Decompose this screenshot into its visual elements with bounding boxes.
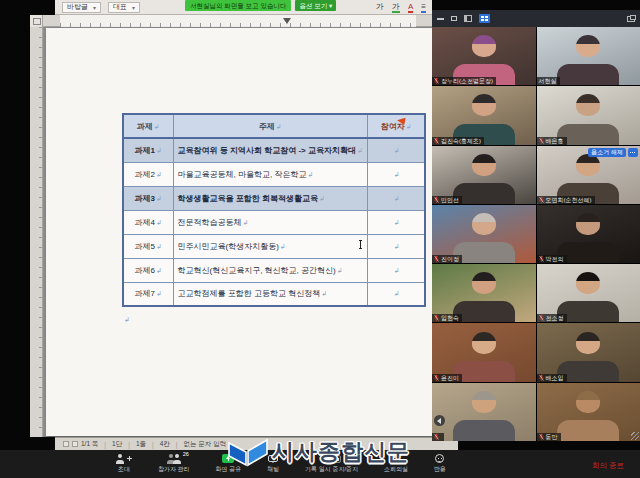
participant-figure — [576, 213, 600, 235]
table-cell: 과제4↲ — [123, 210, 173, 234]
chevron-down-icon: ▾ — [132, 4, 135, 11]
table-cell: ↲ — [367, 186, 425, 210]
video-tile[interactable]: 박전의 — [537, 205, 640, 263]
participant-name: 임현숙 — [441, 314, 459, 322]
participant-nametag: 서현실 — [537, 77, 560, 85]
video-tile[interactable]: 장누리(소전별문장) — [432, 27, 536, 85]
align-icon[interactable]: ≡ — [421, 2, 426, 13]
video-tile[interactable]: 윤진미 — [432, 323, 536, 381]
paragraph-mark: ↲ — [321, 290, 327, 298]
status-segment: 없는 문자 입력 — [184, 440, 227, 449]
participant-figure — [472, 332, 496, 354]
paragraph-mark: ↲ — [394, 243, 400, 251]
video-tile[interactable]: 진이정 — [432, 205, 536, 263]
table-cell: 과제7↲ — [123, 282, 173, 306]
screen: 바탕글 ▾ 대표 ▾ 가 가 A ≡ 서현실님의 화면을 보고 있습니다 옵션 … — [0, 0, 640, 478]
table-row: 과제3↲학생생활교육을 포함한 회복적생활교육↲↲ — [123, 186, 425, 210]
video-tile[interactable]: 임현숙 — [432, 264, 536, 322]
muted-mic-icon — [434, 137, 439, 145]
status-separator: | — [152, 441, 154, 448]
restore-window-icon[interactable] — [451, 16, 457, 21]
view-mode-button[interactable] — [63, 441, 69, 447]
font-color-icon[interactable]: A — [408, 2, 413, 13]
participant-name: 민인선 — [441, 196, 459, 204]
video-tile[interactable]: 배소임 — [537, 323, 640, 381]
participant-name: 진이정 — [441, 255, 459, 263]
status-separator: | — [104, 441, 106, 448]
paragraph-mark: ↲ — [156, 171, 162, 179]
participant-nametag: 박전의 — [537, 255, 567, 263]
participant-figure — [472, 272, 496, 294]
video-tile[interactable]: 오연희(순천선혜)음소거 해제 — [537, 146, 640, 204]
table-row: 과제5↲민주시민교육(학생자치활동)↲↲ — [123, 234, 425, 258]
more-options-icon[interactable] — [628, 148, 638, 157]
participant-figure — [557, 124, 619, 145]
participants-count-badge: 26 — [183, 451, 189, 457]
paragraph-mark: ↲ — [156, 243, 162, 251]
status-separator: | — [176, 441, 178, 448]
paragraph-mark: ↲ — [394, 267, 400, 275]
participant-nametag: 임현숙 — [432, 314, 462, 322]
document-page[interactable]: 과제↲ 주제↲ 참여자↲ 과제1↲교육참여위 등 지역사회 학교참여 -> 교육… — [46, 28, 432, 436]
video-tile[interactable]: 전소정 — [537, 264, 640, 322]
prev-videos-button[interactable] — [434, 415, 445, 426]
invite-button[interactable]: 초대 — [116, 453, 132, 474]
minimize-icon[interactable] — [437, 18, 444, 20]
presenter-pointer-icon — [396, 116, 405, 124]
video-tile[interactable]: 민인선 — [432, 146, 536, 204]
paragraph-style-dropdown[interactable]: 바탕글 ▾ — [62, 2, 101, 13]
unmute-badge[interactable]: 음소거 해제 — [588, 148, 638, 157]
table-cell: 과제2↲ — [123, 162, 173, 186]
paragraph-mark: ↲ — [156, 267, 162, 275]
popout-icon[interactable] — [627, 16, 635, 22]
muted-mic-icon — [434, 255, 439, 263]
status-segments: 1/1 쪽|1단|1줄|4칸|없는 문자 입력 — [81, 440, 226, 449]
participant-figure — [557, 361, 619, 382]
char-format-icon[interactable]: 가 — [376, 2, 384, 13]
format-icons-group: 가 가 A ≡ — [376, 2, 426, 13]
participant-name: 박전의 — [546, 255, 564, 263]
participant-nametag: 민인선 — [432, 196, 462, 204]
participant-nametag — [432, 433, 444, 441]
participant-figure — [576, 391, 600, 413]
indent-marker[interactable] — [283, 18, 291, 24]
gallery-view-icon[interactable] — [479, 14, 490, 23]
view-options-button[interactable]: 옵션 보기 ▾ — [295, 0, 336, 11]
table-cell: 고교학점제를 포함한 고등학교 혁신정책↲ — [173, 282, 367, 306]
participant-figure — [472, 35, 496, 57]
muted-mic-icon — [539, 255, 544, 263]
paragraph-mark: ↲ — [357, 147, 363, 155]
video-tile[interactable]: 서현실 — [537, 27, 640, 85]
speaker-view-icon[interactable] — [464, 15, 472, 22]
participant-name: 김진숙(홍제초) — [441, 137, 481, 145]
panel-resize-handle[interactable] — [631, 432, 639, 440]
table-cell: 과제5↲ — [123, 234, 173, 258]
end-meeting-button[interactable]: 회의 종료 — [592, 461, 624, 471]
char-style-dropdown[interactable]: 대표 ▾ — [108, 2, 140, 13]
table-cell: 전문적학습공동체↲ — [173, 210, 367, 234]
vertical-ruler[interactable] — [30, 27, 43, 437]
table-cell: ↲ — [367, 162, 425, 186]
view-mode-button[interactable] — [72, 441, 78, 447]
paragraph-mark: ↲ — [276, 123, 282, 131]
video-tile[interactable]: 동만 — [537, 383, 640, 441]
video-tile[interactable] — [432, 383, 536, 441]
participant-nametag: 진이정 — [432, 255, 462, 263]
highlight-color-icon[interactable]: 가 — [392, 2, 400, 13]
reactions-button[interactable]: 반응 — [434, 453, 446, 474]
participants-button[interactable]: 26참가자 관리 — [158, 453, 190, 474]
toolbar-item-label: 참가자 관리 — [158, 465, 190, 474]
muted-mic-icon — [539, 314, 544, 322]
paragraph-mark: ↲ — [156, 147, 162, 155]
zoom-video-panel: 장누리(소전별문장)서현실김진숙(홍제초)배은홍민인선오연희(순천선혜)음소거 … — [432, 10, 640, 441]
unmute-badge-label: 음소거 해제 — [588, 148, 626, 157]
participant-figure — [453, 301, 515, 322]
paragraph-mark: ↲ — [154, 123, 160, 131]
horizontal-ruler[interactable] — [30, 15, 432, 27]
video-tile[interactable]: 배은홍 — [537, 86, 640, 144]
video-tile[interactable]: 김진숙(홍제초) — [432, 86, 536, 144]
table-cell: 학교혁신(혁신교육지구, 혁신학교, 공간혁신)↲ — [173, 258, 367, 282]
participant-figure — [557, 420, 619, 441]
muted-mic-icon — [434, 314, 439, 322]
participant-nametag: 김진숙(홍제초) — [432, 137, 484, 145]
